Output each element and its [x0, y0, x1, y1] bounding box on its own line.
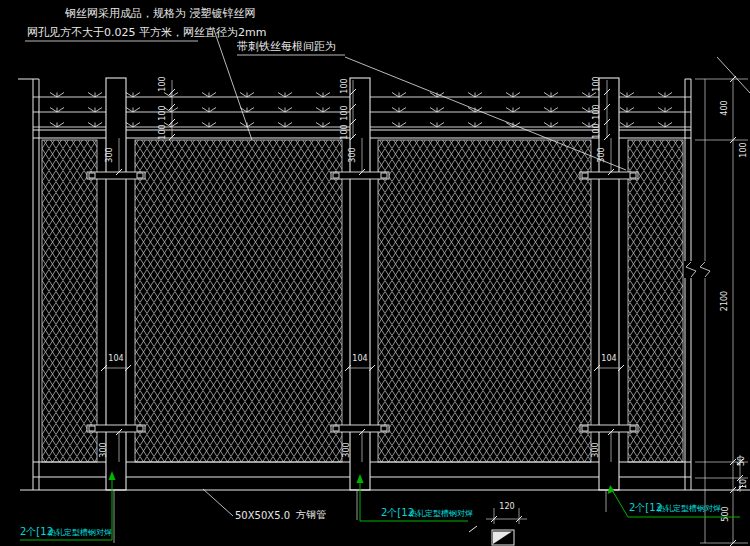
dim-post-top-300: 300	[349, 147, 357, 162]
dim-post-width-104: 104	[108, 355, 123, 363]
dim-50: 50	[738, 456, 746, 466]
mesh-panel	[135, 140, 342, 462]
mesh-panel	[378, 140, 591, 462]
weld-note-text: 热轧定型槽钢对焊	[409, 510, 473, 518]
dim-100-rail: 100	[740, 142, 748, 157]
note-mesh-spec-1: 钢丝网采用成品，规格为 浸塑镀锌丝网	[65, 8, 256, 19]
dim-2100: 2100	[721, 291, 729, 311]
weld-note-text: 热轧定型槽钢对焊	[657, 505, 721, 513]
dim-wire-spacing: 100	[593, 104, 601, 119]
mesh-panel	[42, 140, 97, 462]
dim-post-bottom-300: 300	[100, 442, 108, 457]
dim-10: 10	[740, 479, 748, 489]
dim-post-top-300: 300	[106, 147, 114, 162]
note-barbed-wire: 带刺铁丝每根间距为	[237, 41, 336, 52]
dim-post-bottom-300: 300	[592, 442, 600, 457]
dim-post-width-104: 104	[601, 355, 616, 363]
break-marks	[684, 261, 712, 278]
dim-wire-spacing: 100	[159, 105, 167, 120]
dim-wire-spacing: 100	[159, 124, 167, 139]
dim-post-width-104: 104	[352, 355, 367, 363]
dim-wire-spacing: 100	[593, 76, 601, 91]
dim-post-bottom-300: 300	[343, 442, 351, 457]
anchor-detail	[492, 530, 514, 545]
note-mesh-spec-2: 网孔见方不大于0.025 平方米，网丝直径为2mm	[27, 27, 266, 38]
dim-wire-spacing: 100	[159, 76, 167, 91]
dim-wire-spacing: 100	[341, 78, 349, 93]
dim-wire-spacing: 100	[341, 105, 349, 120]
dim-400: 400	[721, 100, 729, 115]
weld-note-text: 热轧定型槽钢对焊	[48, 529, 112, 537]
dim-post-top-300: 300	[598, 147, 606, 162]
drawing-canvas	[0, 0, 750, 546]
mesh-panel	[628, 140, 683, 462]
tube-size-label: 50X50X5.0	[235, 511, 290, 521]
dim-wire-spacing: 100	[341, 124, 349, 139]
tube-name-label: 方钢管	[296, 510, 326, 520]
dim-500: 500	[722, 506, 730, 521]
dim-wire-spacing: 100	[593, 123, 601, 138]
fence-elevation-drawing: 钢丝网采用成品，规格为 浸塑镀锌丝网 网孔见方不大于0.025 平方米，网丝直径…	[0, 0, 750, 546]
dim-120: 120	[499, 503, 514, 511]
